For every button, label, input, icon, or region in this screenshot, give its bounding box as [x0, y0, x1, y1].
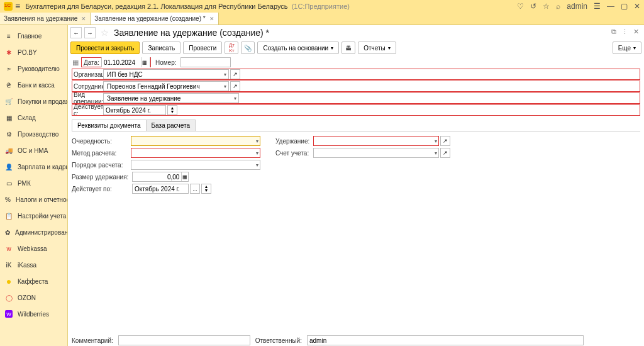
forward-button[interactable]: → — [84, 27, 96, 38]
sidebar: ≡Главное ✱PO.BY ➣Руководителю ₴Банк и ка… — [0, 25, 68, 346]
sidebar-item-tax[interactable]: %Налоги и отчетность — [0, 191, 67, 208]
date-field[interactable]: ▦ — [101, 57, 150, 67]
back-button[interactable]: ← — [70, 27, 82, 38]
spin-icon[interactable]: ▲▼ — [201, 184, 211, 194]
tab-base[interactable]: База расчета — [146, 120, 196, 131]
responsible-field[interactable]: admin — [307, 335, 584, 345]
tabbar: Заявления на удержание✕ Заявление на уде… — [0, 13, 644, 25]
ozon-icon: ◯ — [5, 294, 13, 301]
search-icon[interactable]: ⌕ — [556, 2, 560, 11]
sidebar-item-wb[interactable]: WWildberries — [0, 306, 67, 322]
menu-icon[interactable]: ≡ — [15, 1, 20, 11]
print-button[interactable]: 🖶 — [341, 42, 355, 54]
cart-icon: 🛒 — [5, 98, 13, 105]
title-actions: ♡ ↺ ☆ ⌕ admin ☰ — ▢ ✕ — [517, 2, 640, 11]
favorite-icon[interactable]: ☆ — [101, 28, 109, 38]
account-field[interactable] — [313, 148, 439, 158]
open-icon[interactable]: ↗ — [440, 148, 450, 158]
sidebar-item-settings[interactable]: 📋Настройки учета — [0, 208, 67, 224]
sidebar-item-webkassa[interactable]: wWebkassa — [0, 240, 67, 257]
amount-field[interactable]: ▦ — [132, 172, 189, 182]
doc-window-icons: ⧉ ⋮ ✕ — [611, 28, 639, 36]
amount-label: Размер удержания: — [72, 174, 132, 181]
spin-icon[interactable]: ▲▼ — [167, 105, 177, 115]
close-icon[interactable]: ✕ — [633, 28, 639, 36]
tree-icon[interactable]: ▦ — [72, 59, 79, 67]
account-label: Счет учета: — [275, 150, 313, 157]
sidebar-item-hr[interactable]: 👤Зарплата и кадры — [0, 159, 67, 175]
calendar-icon[interactable]: ▦ — [142, 57, 148, 67]
clear-icon[interactable]: … — [190, 184, 200, 194]
reports-button[interactable]: Отчеты — [358, 42, 396, 54]
until-field[interactable] — [132, 184, 189, 194]
tab-requisites[interactable]: Реквизиты документа — [72, 120, 147, 131]
history-icon[interactable]: ↺ — [530, 2, 536, 11]
close-icon[interactable]: ✕ — [81, 16, 86, 22]
sidebar-item-ozon[interactable]: ◯OZON — [0, 289, 67, 306]
comment-label: Комментарий: — [72, 337, 113, 344]
doc-title: Заявление на удержание (создание) * — [114, 28, 269, 38]
wb-icon: W — [5, 310, 13, 318]
priority-field[interactable] — [131, 136, 260, 146]
deduction-field[interactable] — [313, 136, 439, 146]
sidebar-item-rmk[interactable]: ▭РМК — [0, 175, 67, 191]
sidebar-item-poby[interactable]: ✱PO.BY — [0, 44, 67, 60]
optype-field[interactable]: Заявление на удержание — [103, 93, 239, 103]
order-label: Порядок расчета: — [72, 162, 131, 169]
app-title: Бухгалтерия для Беларуси, редакция 2.1. … — [25, 3, 517, 10]
sidebar-item-sales[interactable]: 🛒Покупки и продажи — [0, 93, 67, 109]
sidebar-item-bank[interactable]: ₴Банк и касса — [0, 77, 67, 93]
close-icon[interactable]: ✕ — [209, 16, 214, 22]
dt-kt-button[interactable]: ДтКт — [225, 42, 238, 54]
comment-field[interactable] — [118, 335, 250, 345]
options-icon[interactable]: ☰ — [594, 2, 601, 11]
post-and-close-button[interactable]: Провести и закрыть — [70, 42, 140, 54]
open-icon[interactable]: ↗ — [440, 136, 450, 146]
sidebar-item-prod[interactable]: ⚙Производство — [0, 126, 67, 142]
close-icon[interactable]: ✕ — [634, 2, 640, 11]
right-column: Удержание: ↗ Счет учета: ↗ — [275, 135, 464, 195]
kebab-icon[interactable]: ⋮ — [621, 28, 628, 36]
open-new-window-icon[interactable]: ⧉ — [611, 28, 616, 36]
truck-icon: 🚚 — [5, 147, 13, 154]
bell-icon[interactable]: ♡ — [517, 2, 524, 11]
ikassa-icon: iK — [5, 261, 13, 269]
maximize-icon[interactable]: ▢ — [621, 2, 628, 11]
doc-header: ← → ☆ Заявление на удержание (создание) … — [68, 25, 644, 40]
method-field[interactable] — [131, 148, 260, 158]
left-column: Очередность: Метод расчета: Порядок расч… — [72, 135, 260, 195]
footer: Комментарий: Ответственный: admin — [68, 335, 644, 346]
minimize-icon[interactable]: — — [607, 2, 614, 11]
sidebar-item-main[interactable]: ≡Главное — [0, 28, 67, 44]
attach-button[interactable]: 📎 — [241, 42, 255, 54]
user-label[interactable]: admin — [567, 2, 587, 11]
number-field[interactable] — [180, 57, 231, 67]
open-icon[interactable]: ↗ — [230, 81, 240, 91]
sidebar-item-manager[interactable]: ➣Руководителю — [0, 60, 67, 77]
more-button[interactable]: Еще — [613, 42, 641, 54]
order-field[interactable] — [131, 160, 260, 170]
tab-list[interactable]: Заявления на удержание✕ — [0, 13, 91, 25]
sidebar-item-kaffesta[interactable]: ●Каффеста — [0, 273, 67, 289]
star-icon[interactable]: ☆ — [543, 2, 550, 11]
create-based-button[interactable]: Создать на основании — [257, 42, 339, 54]
until-label: Действует по: — [72, 186, 132, 193]
eff-field[interactable] — [103, 105, 166, 115]
screen-icon: ▭ — [5, 179, 13, 187]
clipboard-icon: 📋 — [5, 212, 13, 220]
sidebar-item-admin[interactable]: ✿Администрирование — [0, 224, 67, 240]
org-label: Организация: — [72, 71, 103, 78]
sidebar-item-warehouse[interactable]: ▦Склад — [0, 109, 67, 126]
org-field[interactable]: ИП без НДС — [103, 69, 229, 79]
save-button[interactable]: Записать — [142, 42, 180, 54]
calc-icon[interactable]: ▦ — [181, 172, 188, 181]
open-icon[interactable]: ↗ — [230, 69, 240, 79]
sidebar-item-ikassa[interactable]: iKiKassa — [0, 257, 67, 273]
post-button[interactable]: Провести — [183, 42, 222, 54]
tab-document[interactable]: Заявление на удержание (создание) *✕ — [91, 13, 218, 25]
webkassa-icon: w — [5, 245, 13, 252]
emp-field[interactable]: Пореонов Геннадий Георгиевич — [103, 81, 229, 91]
sidebar-item-assets[interactable]: 🚚ОС и НМА — [0, 142, 67, 159]
deduction-label: Удержание: — [275, 138, 313, 145]
eff-label: Действует с: — [72, 103, 103, 117]
